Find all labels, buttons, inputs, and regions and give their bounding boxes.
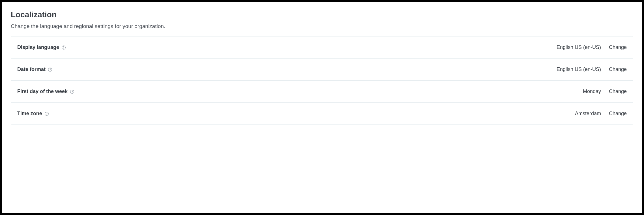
change-link[interactable]: Change — [609, 89, 627, 94]
localization-settings-page: Localization Change the language and reg… — [2, 2, 642, 213]
svg-point-3 — [50, 70, 50, 70]
setting-label: Display language — [17, 44, 59, 50]
setting-row-date-format: Date format English US (en-US) Change — [11, 58, 633, 80]
change-link[interactable]: Change — [609, 66, 627, 72]
row-right: English US (en-US) Change — [557, 66, 627, 72]
row-left: Display language — [17, 44, 66, 50]
row-right: English US (en-US) Change — [557, 44, 627, 50]
setting-row-first-day-of-week: First day of the week Monday Change — [11, 80, 633, 102]
row-right: Amsterdam Change — [575, 111, 627, 117]
setting-value: English US (en-US) — [557, 66, 601, 72]
setting-row-time-zone: Time zone Amsterdam Change — [11, 102, 633, 124]
setting-row-display-language: Display language English US (en-US) Chan… — [11, 36, 633, 58]
svg-point-7 — [46, 114, 47, 115]
setting-value: Amsterdam — [575, 111, 601, 117]
setting-value: Monday — [583, 89, 601, 94]
svg-point-1 — [63, 48, 64, 48]
row-right: Monday Change — [583, 89, 627, 94]
page-title: Localization — [11, 10, 633, 19]
setting-label: First day of the week — [17, 89, 68, 94]
setting-label: Date format — [17, 66, 46, 72]
help-icon[interactable] — [61, 45, 66, 50]
help-icon[interactable] — [70, 89, 74, 94]
settings-card: Display language English US (en-US) Chan… — [11, 36, 633, 125]
setting-value: English US (en-US) — [557, 44, 601, 50]
help-icon[interactable] — [48, 67, 52, 72]
svg-point-5 — [72, 92, 72, 93]
change-link[interactable]: Change — [609, 44, 627, 50]
row-left: Date format — [17, 66, 52, 72]
row-left: First day of the week — [17, 89, 74, 94]
page-subtitle: Change the language and regional setting… — [11, 23, 633, 29]
row-left: Time zone — [17, 111, 49, 117]
setting-label: Time zone — [17, 111, 42, 117]
change-link[interactable]: Change — [609, 111, 627, 117]
help-icon[interactable] — [44, 111, 49, 116]
